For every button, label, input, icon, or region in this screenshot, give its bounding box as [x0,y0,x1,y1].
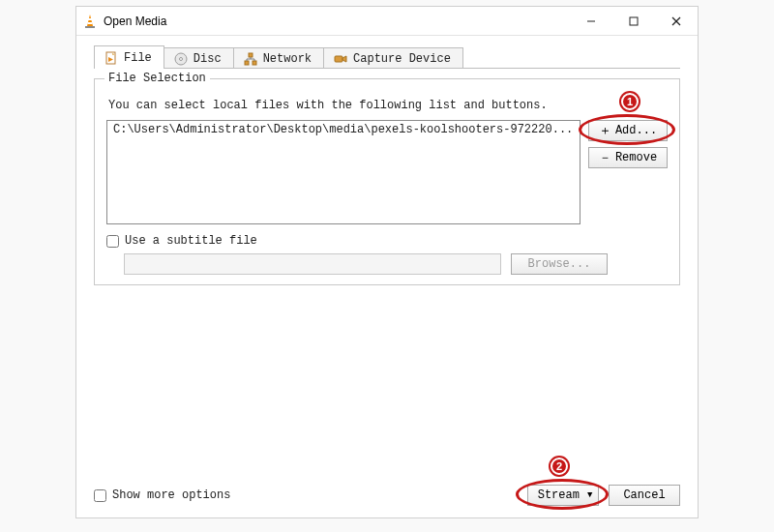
show-more-checkbox[interactable] [94,489,106,502]
file-selection-legend: File Selection [104,72,210,85]
chevron-down-icon: ▼ [587,490,592,500]
disc-icon [174,52,188,66]
tab-bar: File Disc Network Capture Device [94,45,680,69]
remove-button-label: Remove [615,151,657,164]
file-selection-hint: You can select local files with the foll… [108,99,666,112]
show-more-label: Show more options [112,488,230,502]
window-title: Open Media [104,15,166,28]
subtitle-path-input [124,253,501,275]
use-subtitle-row: Use a subtitle file [106,234,668,248]
browse-button-label: Browse... [528,257,591,271]
maximize-icon [629,16,639,26]
maximize-button[interactable] [612,7,655,36]
open-media-window: Open Media File Disc [75,6,699,518]
capture-device-icon [334,52,347,66]
svg-rect-1 [88,18,92,20]
svg-rect-14 [253,61,256,65]
network-icon [244,52,257,66]
svg-point-12 [179,58,182,61]
vlc-cone-icon [82,14,98,29]
cancel-button[interactable]: Cancel [609,485,680,506]
stream-button[interactable]: Stream ▼ [527,485,599,506]
tab-file-label: File [124,51,152,65]
file-selection-group: File Selection You can select local file… [94,78,680,285]
svg-rect-13 [245,61,249,65]
svg-rect-16 [335,56,342,62]
use-subtitle-checkbox[interactable] [106,235,119,248]
file-list[interactable]: C:\Users\Administrator\Desktop\media\pex… [106,120,580,224]
bottom-bar: Show more options 2 Stream ▼ Cancel [94,485,680,512]
file-icon [104,51,118,65]
tab-file[interactable]: File [94,45,164,69]
minimize-button[interactable] [570,7,612,36]
add-button-label: Add... [615,124,657,137]
tab-capture-label: Capture Device [353,52,451,66]
tab-capture[interactable]: Capture Device [323,47,463,69]
plus-icon: ＋ [599,125,611,137]
svg-marker-17 [342,56,346,62]
close-icon [671,16,681,26]
titlebar: Open Media [76,7,698,36]
use-subtitle-label: Use a subtitle file [125,234,257,248]
svg-rect-5 [630,17,638,25]
tab-network-label: Network [263,52,312,66]
cancel-button-label: Cancel [623,488,665,502]
svg-rect-3 [85,26,95,28]
svg-rect-15 [249,53,253,57]
browse-subtitle-button: Browse... [511,253,608,275]
minimize-icon [586,16,596,26]
minus-icon: － [599,152,611,164]
remove-button[interactable]: － Remove [588,147,668,168]
add-button[interactable]: ＋ Add... [588,120,668,141]
stream-button-label: Stream [538,488,580,502]
annotation-badge-1: 1 [621,93,639,110]
annotation-badge-2: 2 [551,458,568,475]
close-button[interactable] [655,7,698,36]
tab-disc[interactable]: Disc [164,47,234,69]
client-area: File Disc Network Capture Device [76,36,698,517]
tab-network[interactable]: Network [233,47,324,69]
svg-rect-2 [88,22,93,24]
show-more-row: Show more options [94,488,230,502]
tab-disc-label: Disc [194,52,222,66]
file-list-item[interactable]: C:\Users\Administrator\Desktop\media\pex… [111,123,576,136]
